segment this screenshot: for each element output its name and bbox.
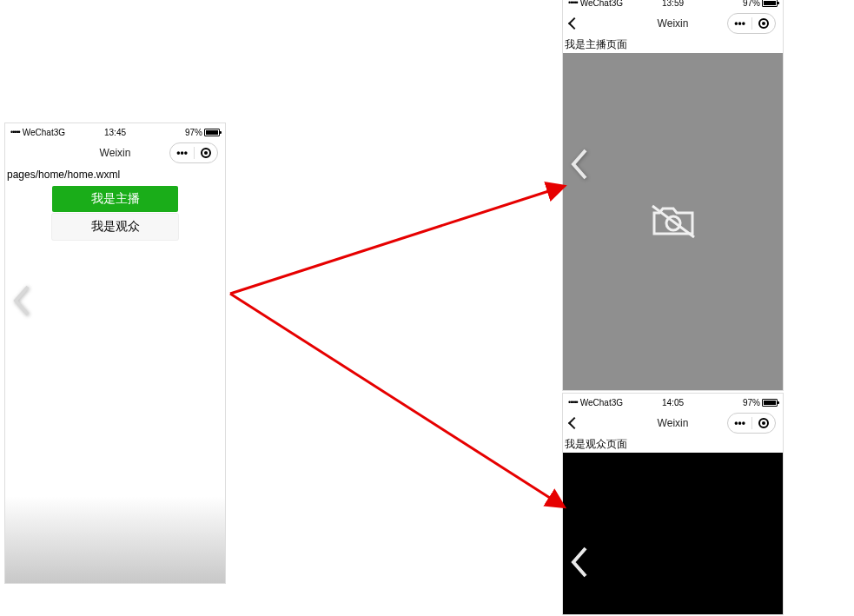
button-group: 我是主播 我是观众 bbox=[5, 186, 225, 240]
bottom-fade bbox=[5, 496, 225, 583]
clock-label: 13:59 bbox=[662, 0, 684, 8]
signal-dots-icon: ••••• bbox=[568, 398, 578, 407]
host-button[interactable]: 我是主播 bbox=[52, 186, 178, 212]
battery-indicator: 97% bbox=[743, 0, 778, 8]
arrow-to-viewer bbox=[230, 294, 562, 506]
battery-icon bbox=[762, 399, 778, 407]
swipe-back-icon[interactable] bbox=[10, 283, 33, 321]
video-player bbox=[563, 453, 783, 614]
battery-indicator: 97% bbox=[743, 398, 778, 407]
clock-label: 14:05 bbox=[662, 398, 684, 407]
capsule-close-icon[interactable] bbox=[758, 418, 769, 428]
arrow-to-host bbox=[230, 187, 562, 294]
camera-off-icon bbox=[649, 202, 698, 241]
status-bar: ••••• WeChat3G 14:05 97% bbox=[563, 394, 783, 411]
clock-label: 13:45 bbox=[104, 128, 126, 137]
phone-body bbox=[5, 240, 225, 583]
nav-title: Weixin bbox=[658, 417, 689, 429]
miniprogram-capsule[interactable]: ••• bbox=[727, 413, 776, 434]
carrier-label: WeChat3G bbox=[580, 398, 623, 407]
nav-bar: Weixin ••• bbox=[5, 141, 225, 165]
capsule-menu-icon[interactable]: ••• bbox=[734, 417, 745, 429]
status-bar: ••••• WeChat3G 13:45 97% bbox=[5, 123, 225, 141]
swipe-back-icon[interactable] bbox=[568, 147, 591, 185]
back-icon[interactable] bbox=[568, 17, 580, 30]
capsule-close-icon[interactable] bbox=[758, 18, 769, 29]
signal-dots-icon: ••••• bbox=[568, 0, 578, 7]
carrier-label: WeChat3G bbox=[580, 0, 623, 8]
capsule-menu-icon[interactable]: ••• bbox=[734, 17, 745, 30]
viewer-button[interactable]: 我是观众 bbox=[52, 214, 178, 240]
nav-title: Weixin bbox=[658, 17, 689, 30]
phone-left: ••••• WeChat3G 13:45 97% Weixin ••• page… bbox=[4, 123, 226, 584]
carrier-label: WeChat3G bbox=[23, 128, 65, 137]
swipe-back-icon[interactable] bbox=[568, 545, 591, 583]
nav-bar: Weixin ••• bbox=[563, 11, 783, 36]
capsule-close-icon[interactable] bbox=[201, 148, 211, 158]
phone-host: ••••• WeChat3G 13:59 97% Weixin ••• 我是主播… bbox=[562, 0, 784, 391]
status-bar: ••••• WeChat3G 13:59 97% bbox=[563, 0, 783, 11]
nav-title: Weixin bbox=[100, 147, 131, 159]
battery-icon bbox=[762, 0, 778, 7]
capsule-menu-icon[interactable]: ••• bbox=[176, 147, 188, 159]
page-title: 我是主播页面 bbox=[563, 36, 783, 53]
battery-icon bbox=[204, 129, 220, 136]
battery-percent: 97% bbox=[185, 128, 202, 137]
phone-viewer: ••••• WeChat3G 14:05 97% Weixin ••• 我是观众… bbox=[562, 393, 784, 615]
miniprogram-capsule[interactable]: ••• bbox=[727, 13, 776, 34]
page-title: 我是观众页面 bbox=[563, 435, 783, 453]
back-icon[interactable] bbox=[568, 417, 580, 429]
signal-dots-icon: ••••• bbox=[10, 128, 20, 136]
nav-bar: Weixin ••• bbox=[563, 411, 783, 435]
miniprogram-capsule[interactable]: ••• bbox=[169, 142, 218, 163]
camera-preview bbox=[563, 53, 783, 390]
battery-percent: 97% bbox=[743, 398, 760, 407]
page-path-label: pages/home/home.wxml bbox=[5, 165, 225, 186]
battery-indicator: 97% bbox=[185, 128, 220, 137]
battery-percent: 97% bbox=[743, 0, 760, 8]
